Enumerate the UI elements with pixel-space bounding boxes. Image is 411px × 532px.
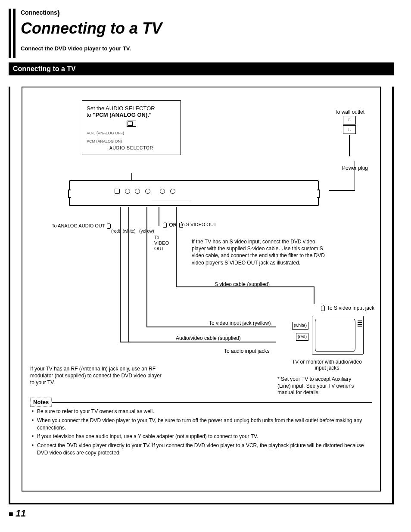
audio-jack-icon	[145, 189, 150, 194]
white-label: (white)	[123, 229, 136, 233]
yellow-label: (yellow)	[139, 229, 154, 233]
svideo-cable-label: S video cable (supplied)	[215, 281, 270, 287]
audio-jack-icon	[125, 189, 130, 194]
page-title: Connecting to a TV	[21, 19, 162, 37]
rf-modulator-note: If your TV has an RF (Antenna In) jack o…	[30, 365, 164, 386]
video-out-label: To VIDEO OUT	[154, 235, 169, 252]
plug-icon	[107, 224, 111, 229]
diagram-frame: Set the AUDIO SELECTOR to "PCM (ANALOG O…	[22, 87, 381, 492]
tv-red-label: (red)	[296, 333, 308, 341]
dvd-player	[69, 180, 319, 206]
section-heading: Connecting to a TV	[9, 62, 394, 75]
selector-instruction-1: Set the AUDIO SELECTOR	[87, 105, 176, 112]
selector-instruction-2: to "PCM (ANALOG ON)."	[87, 112, 176, 118]
decorative-bars	[9, 9, 16, 58]
page-intro: Connect the DVD video player to your TV.	[21, 45, 162, 52]
note-item: When you connect the DVD video player to…	[32, 417, 372, 432]
notes-section: Notes Be sure to refer to your TV owner'…	[30, 398, 372, 457]
wall-outlet-label: To wall outlet	[335, 109, 364, 115]
outlet-icon	[343, 125, 356, 134]
notes-list: Be sure to refer to your TV owner's manu…	[30, 408, 372, 457]
selector-label: AUDIO SELECTOR	[87, 146, 176, 150]
switch-icon	[127, 121, 136, 127]
audio-selector-callout: Set the AUDIO SELECTOR to "PCM (ANALOG O…	[82, 100, 181, 155]
tv-aux-note: * Set your TV to accept Auxiliary (Line)…	[277, 376, 364, 396]
wall-outlet: To wall outlet	[335, 109, 364, 156]
tv-white-label: (white)	[292, 322, 308, 330]
plug-icon	[163, 223, 167, 228]
selector-opt1: AC-3 (ANALOG OFF)	[87, 131, 176, 136]
svideo-note: If the TV has an S video input, connect …	[192, 238, 325, 266]
plug-icon	[321, 306, 325, 311]
tv-caption: TV or monitor with audio/video input jac…	[290, 359, 364, 371]
note-item: Connect the DVD video player directly to…	[32, 442, 372, 457]
tv-input-color-labels: (white) (red)	[292, 320, 308, 342]
notes-header: Notes	[30, 398, 52, 407]
selector-jack-icon	[115, 189, 120, 194]
svideo-out-label: To S VIDEO OUT	[180, 222, 217, 227]
video-jack-label: To video input jack (yellow)	[209, 320, 271, 326]
breadcrumb: Connections	[21, 9, 162, 18]
page-number: 11	[9, 508, 394, 519]
note-item: If your television has one audio input, …	[32, 433, 372, 440]
selector-prefix: to	[87, 112, 93, 118]
tv-icon	[312, 316, 364, 355]
main-frame: Set the AUDIO SELECTOR to "PCM (ANALOG O…	[9, 87, 394, 504]
av-cable-label: Audio/video cable (supplied)	[176, 335, 241, 341]
svideo-jack-label: To S video input jack	[320, 305, 374, 311]
color-labels: (red) (white) (yellow)	[111, 229, 154, 233]
selector-opt2: PCM (ANALOG ON)	[87, 139, 176, 144]
outlet-icon	[343, 116, 356, 124]
red-label: (red)	[111, 229, 120, 233]
connection-diagram: Set the AUDIO SELECTOR to "PCM (ANALOG O…	[30, 100, 372, 398]
selector-bold: "PCM (ANALOG ON)."	[93, 112, 152, 118]
page-header: Connections Connecting to a TV Connect t…	[9, 9, 394, 58]
svideo-jack-icon	[170, 189, 175, 194]
analog-audio-out-label: To ANALOG AUDIO OUT	[52, 223, 112, 229]
audio-jack-label: To audio input jacks	[224, 348, 269, 354]
video-jack-icon	[160, 189, 165, 194]
audio-jack-icon	[135, 189, 140, 194]
note-item: Be sure to refer to your TV owner's manu…	[32, 408, 372, 415]
power-wire	[349, 135, 350, 156]
